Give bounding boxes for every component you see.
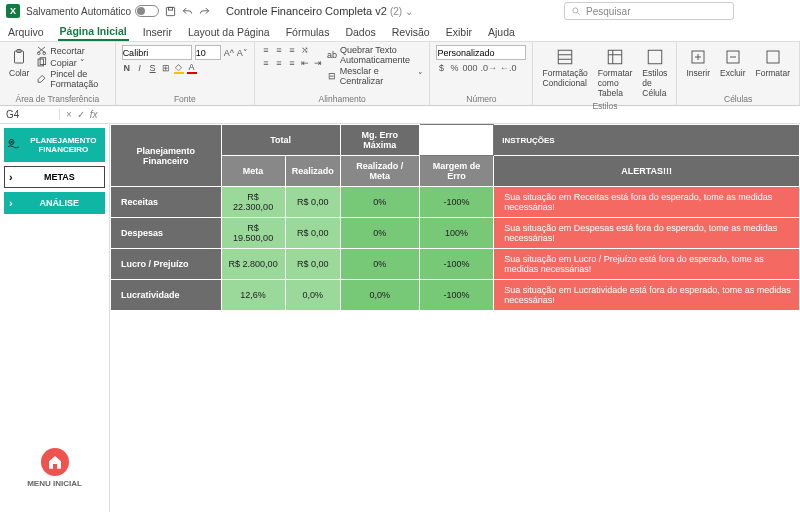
delete-cells-button[interactable]: Excluir: [717, 45, 749, 80]
col-meta: Meta: [221, 156, 285, 187]
italic-button[interactable]: I: [135, 63, 145, 73]
table-row: Despesas R$ 19.500,00 R$ 0,00 0% 100% Su…: [111, 218, 800, 249]
maxerr-input-cell[interactable]: [419, 125, 494, 156]
nav-metas[interactable]: ›METAS: [4, 166, 105, 188]
copy-button[interactable]: Copiar ˅: [36, 57, 108, 68]
autosave-label: Salvamento Automático: [26, 6, 131, 17]
svg-rect-14: [767, 51, 779, 63]
underline-button[interactable]: S: [148, 63, 158, 73]
group-clipboard: Colar Recortar Copiar ˅ Pincel de Format…: [0, 42, 116, 105]
wrap-icon: ab: [327, 50, 337, 61]
merge-icon: ⊟: [327, 71, 337, 82]
bold-button[interactable]: N: [122, 63, 132, 73]
orientation-icon[interactable]: ⤭: [300, 45, 310, 55]
fx-icon[interactable]: fx: [90, 109, 98, 120]
conditional-format-button[interactable]: Formatação Condicional: [539, 45, 590, 90]
border-button[interactable]: ⊞: [161, 63, 171, 73]
comma-icon[interactable]: 000: [462, 63, 477, 73]
nav-analise[interactable]: ›ANÁLISE: [4, 192, 105, 214]
font-size-select[interactable]: [195, 45, 221, 60]
formula-input[interactable]: [103, 109, 794, 120]
finance-icon: [6, 134, 21, 156]
undo-icon[interactable]: [182, 6, 193, 17]
increase-font-icon[interactable]: A^: [224, 48, 234, 58]
increase-decimal-icon[interactable]: .0→: [481, 63, 498, 73]
decrease-font-icon[interactable]: A˅: [237, 48, 248, 58]
home-nav[interactable]: MENU INICIAL: [4, 448, 105, 508]
group-font-label: Fonte: [122, 93, 248, 104]
insert-cells-button[interactable]: Inserir: [683, 45, 713, 80]
merge-button[interactable]: ⊟Mesclar e Centralizar ˅: [327, 66, 424, 86]
svg-point-2: [573, 8, 578, 13]
paste-button[interactable]: Colar: [6, 45, 32, 80]
table-row: Lucro / Prejuízo R$ 2.800,00 R$ 0,00 0% …: [111, 249, 800, 280]
ribbon: Colar Recortar Copiar ˅ Pincel de Format…: [0, 42, 800, 106]
header-alerts: ALERTAS!!!: [494, 156, 800, 187]
indent-decrease-icon[interactable]: ⇤: [300, 58, 310, 68]
format-painter-button[interactable]: Pincel de Formatação: [36, 69, 108, 89]
tab-inserir[interactable]: Inserir: [141, 24, 174, 40]
name-box[interactable]: G4: [0, 109, 60, 120]
group-alignment: ≡≡≡ ⤭ ≡≡≡ ⇤⇥ abQuebrar Texto Automaticam…: [255, 42, 431, 105]
tab-formulas[interactable]: Fórmulas: [284, 24, 332, 40]
scissors-icon: [36, 45, 47, 56]
col-margin: Margem de Erro: [419, 156, 494, 187]
wrap-text-button[interactable]: abQuebrar Texto Automaticamente: [327, 45, 424, 65]
group-clipboard-label: Área de Transferência: [6, 93, 109, 104]
font-name-select[interactable]: [122, 45, 192, 60]
quick-access-toolbar: [165, 6, 210, 17]
cancel-formula-icon[interactable]: ×: [66, 109, 72, 120]
align-center-icon[interactable]: ≡: [274, 58, 284, 68]
indent-increase-icon[interactable]: ⇥: [313, 58, 323, 68]
tab-layout[interactable]: Layout da Página: [186, 24, 272, 40]
chevron-right-icon: ›: [9, 197, 13, 209]
table-row: Lucratividade 12,6% 0,0% 0,0% -100% Sua …: [111, 280, 800, 311]
group-cells-label: Células: [683, 93, 793, 104]
format-cells-button[interactable]: Formatar: [753, 45, 793, 80]
align-top-icon[interactable]: ≡: [261, 45, 271, 55]
autosave-toggle[interactable]: [135, 5, 159, 17]
save-icon[interactable]: [165, 6, 176, 17]
chevron-down-icon[interactable]: ⌄: [405, 6, 413, 17]
group-number: $ % 000 .0→ ←.0 Número: [430, 42, 533, 105]
align-left-icon[interactable]: ≡: [261, 58, 271, 68]
copy-icon: [36, 57, 47, 68]
number-format-select[interactable]: [436, 45, 526, 60]
fill-color-button[interactable]: ◇: [174, 62, 184, 74]
tab-ajuda[interactable]: Ajuda: [486, 24, 517, 40]
col-realizado: Realizado: [285, 156, 340, 187]
tab-arquivo[interactable]: Arquivo: [6, 24, 46, 40]
sidebar: PLANEJAMENTO FINANCEIRO ›METAS ›ANÁLISE …: [0, 124, 110, 512]
table-corner: Planejamento Financeiro: [111, 125, 222, 187]
sidebar-title: PLANEJAMENTO FINANCEIRO: [24, 136, 103, 154]
sidebar-header: PLANEJAMENTO FINANCEIRO: [4, 128, 105, 162]
redo-icon[interactable]: [199, 6, 210, 17]
tab-revisao[interactable]: Revisão: [390, 24, 432, 40]
svg-rect-10: [608, 50, 622, 64]
confirm-formula-icon[interactable]: ✓: [77, 109, 85, 120]
menubar: Arquivo Página Inicial Inserir Layout da…: [0, 22, 800, 42]
percent-icon[interactable]: %: [449, 63, 459, 73]
tab-exibir[interactable]: Exibir: [444, 24, 474, 40]
currency-icon[interactable]: $: [436, 63, 446, 73]
header-maxerr: Mg. Erro Máxima: [340, 125, 419, 156]
decrease-decimal-icon[interactable]: ←.0: [500, 63, 517, 73]
tab-dados[interactable]: Dados: [343, 24, 377, 40]
format-table-button[interactable]: Formatar como Tabela: [595, 45, 635, 100]
cell-styles-button[interactable]: Estilos de Célula: [639, 45, 670, 100]
search-box[interactable]: Pesquisar: [564, 2, 734, 20]
align-middle-icon[interactable]: ≡: [274, 45, 284, 55]
svg-rect-11: [648, 50, 662, 64]
document-name: Controle Financeiro Completa v2: [226, 5, 387, 17]
align-bottom-icon[interactable]: ≡: [287, 45, 297, 55]
group-number-label: Número: [436, 93, 526, 104]
document-suffix: (2): [390, 6, 402, 17]
formula-bar: G4 × ✓ fx: [0, 106, 800, 124]
workspace: PLANEJAMENTO FINANCEIRO ›METAS ›ANÁLISE …: [0, 124, 800, 512]
font-color-button[interactable]: A: [187, 62, 197, 74]
align-right-icon[interactable]: ≡: [287, 58, 297, 68]
sheet-area[interactable]: Planejamento Financeiro Total Mg. Erro M…: [110, 124, 800, 512]
tab-pagina-inicial[interactable]: Página Inicial: [58, 23, 129, 41]
chevron-right-icon: ›: [9, 171, 13, 183]
cut-button[interactable]: Recortar: [36, 45, 108, 56]
